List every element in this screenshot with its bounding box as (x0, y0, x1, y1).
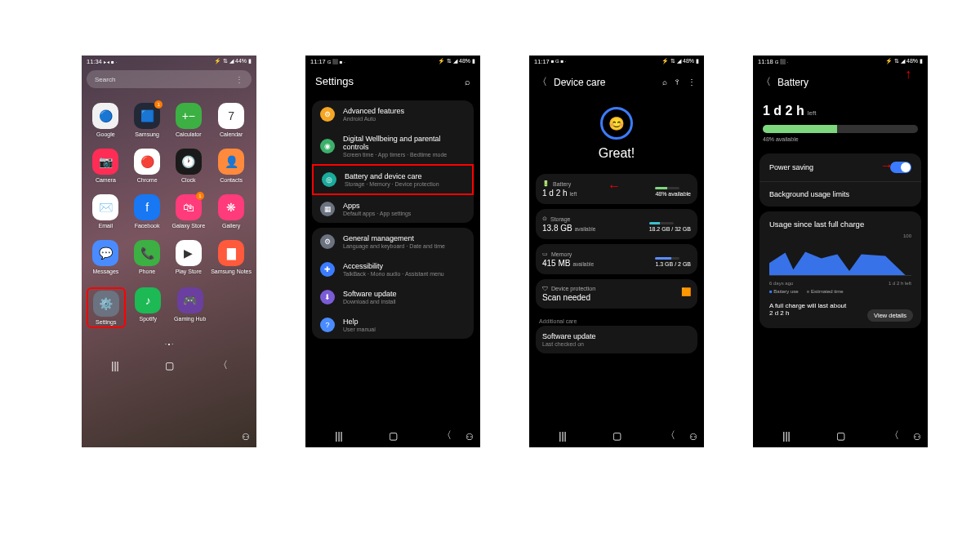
status-right: ⚡ ⇅ ◢ 48% ▮ (438, 58, 475, 64)
protection-main: Scan needed (542, 293, 590, 302)
back-button[interactable]: 〈 (661, 429, 680, 442)
app-calculator[interactable]: +−Calculator (169, 103, 207, 137)
status-bar: 11:17 ■ G ■ · ⚡ ⇅ ◢ 48% ▮ (529, 56, 704, 67)
back-icon[interactable]: 〈 (761, 75, 771, 89)
app-samsung-notes[interactable]: ▇Samsung Notes (211, 240, 252, 274)
memory-right: 1.3 GB / 2 GB (655, 261, 691, 267)
recents-button[interactable]: ||| (329, 430, 349, 442)
usage-title: Usage since last full charge (760, 211, 921, 232)
setting-battery-and-device-care[interactable]: ◎Battery and device careStorage · Memory… (312, 164, 474, 195)
app-chrome[interactable]: 🔴Chrome (128, 149, 167, 183)
battery-card[interactable]: 🔋Battery 1 d 2 h left 48% available ← (536, 174, 697, 204)
additional-care-label: Additional care (529, 313, 704, 326)
battery-remain-suffix: left (808, 109, 817, 117)
home-button[interactable]: ▢ (607, 430, 626, 442)
recents-button[interactable]: ||| (553, 430, 572, 442)
app-row-bottom: ⚙️Settings♪Spotify🎮Gaming Hub (82, 279, 256, 336)
accessibility-icon[interactable]: ⚇ (913, 432, 921, 442)
chart-icon[interactable]: ⫯ (675, 78, 679, 87)
nav-bar: ||| ▢ 〈 ⚇ (753, 422, 928, 447)
app-email[interactable]: ✉️Email (87, 194, 125, 229)
memory-label: Memory (551, 251, 572, 257)
nav-bar: ||| ▢ 〈 ⚇ (82, 352, 256, 377)
app-gallery[interactable]: ❋Gallery (211, 194, 252, 229)
bg-limits-row[interactable]: Background usage limits (760, 182, 921, 207)
legend-estimated: Estimated time (807, 289, 844, 294)
accessibility-icon[interactable]: ⚇ (689, 432, 697, 442)
protection-card[interactable]: 🛡Device protection Scan needed 🟧 (536, 279, 697, 309)
app-messages[interactable]: 💬Messages (87, 240, 125, 274)
shield-icon: 🛡 (542, 286, 548, 291)
header: 〈 Device care ⌕ ⫯ ⋮ (529, 67, 704, 97)
app-phone[interactable]: 📞Phone (128, 240, 167, 274)
app-gaming-hub[interactable]: 🎮Gaming Hub (171, 287, 210, 328)
back-button[interactable]: 〈 (884, 429, 904, 442)
home-button[interactable]: ▢ (159, 360, 179, 371)
status-face-icon: 😊 (600, 107, 633, 140)
kebab-icon[interactable]: ⋮ (235, 75, 243, 84)
page-indicator: · • · (82, 336, 256, 352)
app-camera[interactable]: 📷Camera (87, 149, 125, 183)
app-contacts[interactable]: 👤Contacts (211, 149, 252, 183)
setting-digital-wellbeing-and-parental-controls[interactable]: ◉Digital Wellbeing and parental controls… (312, 128, 474, 164)
search-icon[interactable]: ⌕ (465, 77, 470, 87)
app-galaxy-store[interactable]: 🛍1Galaxy Store (169, 194, 207, 229)
recents-button[interactable]: ||| (105, 360, 125, 371)
setting-apps[interactable]: ▦AppsDefault apps · App settings (312, 195, 474, 223)
status-text: Great! (529, 146, 704, 161)
phone-battery-screen: 11:18 G ⬛ · ⚡ ⇅ ◢ 48% ▮ ↑ 〈 Battery 1 d … (753, 56, 928, 447)
back-button[interactable]: 〈 (437, 429, 457, 442)
legend-battery-use: Battery use (769, 289, 799, 294)
app-spotify[interactable]: ♪Spotify (129, 287, 168, 328)
battery-remaining: 1 d 2 h left (753, 97, 928, 122)
accessibility-icon[interactable]: ⚇ (242, 432, 250, 442)
storage-card[interactable]: ⊙Storage 13.8 GB available 18.2 GB / 32 … (536, 209, 697, 239)
recents-button[interactable]: ||| (777, 430, 796, 442)
setting-general-management[interactable]: ⚙General managementLanguage and keyboard… (312, 228, 474, 256)
app-google[interactable]: 🔵Google (87, 103, 125, 137)
search-icon[interactable]: ⌕ (662, 78, 667, 87)
setting-accessibility[interactable]: ✚AccessibilityTalkBack · Mono audio · As… (312, 256, 474, 283)
home-button[interactable]: ▢ (383, 430, 403, 442)
app-facebook[interactable]: fFacebook (128, 194, 167, 229)
app-samsung[interactable]: 🟦1Samsung (128, 103, 167, 137)
software-update-card[interactable]: Software update Last checked on (536, 326, 697, 353)
status-bar: 11:17 G ⬛ ■ · ⚡ ⇅ ◢ 48% ▮ (305, 56, 480, 67)
app-clock[interactable]: 🕐Clock (169, 149, 207, 183)
battery-label: Battery (553, 181, 571, 187)
memory-card[interactable]: ▭Memory 415 MB available 1.3 GB / 2 GB (536, 244, 697, 274)
phone-home-screen: 11:34 ▸ ◂ ■ · ⚡ ⇅ ◢ 44% ▮ Search ⋮ 🔵Goog… (82, 56, 256, 447)
back-button[interactable]: 〈 (213, 358, 233, 372)
app-grid: 🔵Google🟦1Samsung+−Calculator7Calendar📷Ca… (82, 91, 256, 279)
usage-card: Usage since last full charge 100 6 days … (760, 211, 921, 328)
accessibility-icon[interactable]: ⚇ (466, 432, 474, 442)
sw-title: Software update (542, 332, 691, 340)
app-play-store[interactable]: ▶Play Store (169, 240, 207, 274)
chart-legend: Battery use Estimated time (760, 286, 921, 297)
app-calendar[interactable]: 7Calendar (211, 103, 252, 137)
back-icon[interactable]: 〈 (537, 75, 547, 89)
protection-label: Device protection (551, 286, 595, 291)
battery-pct: 48% available (655, 191, 691, 197)
home-button[interactable]: ▢ (831, 430, 850, 442)
search-input[interactable]: Search ⋮ (87, 70, 252, 88)
kebab-icon[interactable]: ⋮ (688, 78, 696, 87)
settings-title-text: Settings (315, 75, 354, 87)
status-notif-icons: G ⬛ ■ · (327, 59, 345, 64)
status-notif-icons: G ⬛ · (775, 59, 789, 64)
nav-bar: ||| ▢ 〈 ⚇ (305, 422, 480, 447)
search-placeholder: Search (95, 76, 115, 83)
power-saving-row[interactable]: Power saving (760, 153, 921, 181)
annotation-arrow: ← (608, 179, 621, 193)
view-details-button[interactable]: View details (867, 309, 913, 322)
setting-software-update[interactable]: ⬇Software updateDownload and install (312, 283, 474, 311)
phone-device-care-screen: 11:17 ■ G ■ · ⚡ ⇅ ◢ 48% ▮ 〈 Device care … (529, 56, 704, 447)
status-notif-icons: ■ G ■ · (551, 59, 567, 64)
setting-help[interactable]: ?HelpUser manual (312, 311, 474, 339)
setting-advanced-features[interactable]: ⚙Advanced featuresAndroid Auto (312, 100, 474, 128)
power-saving-label: Power saving (769, 163, 813, 171)
app-settings[interactable]: ⚙️Settings (87, 287, 126, 328)
full-charge-label: A full charge will last about (769, 302, 846, 309)
status-notif-icons: ▸ ◂ ■ · (104, 59, 117, 64)
battery-suffix: left (570, 191, 577, 197)
